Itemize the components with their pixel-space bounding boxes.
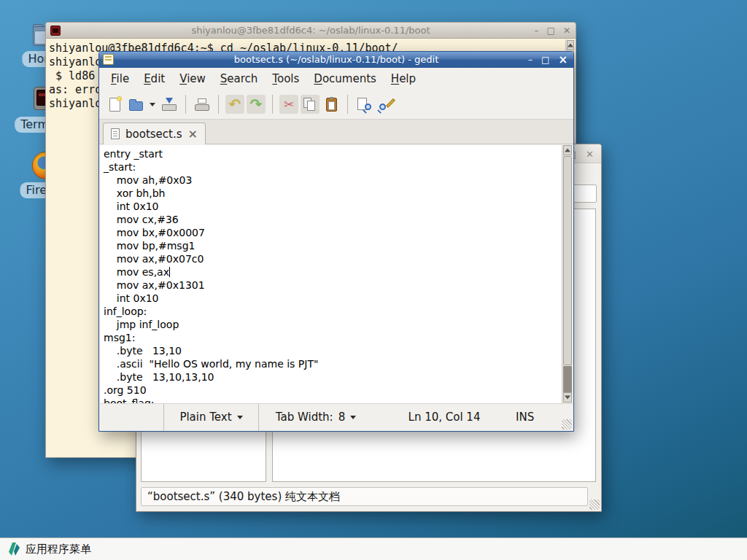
editor-area[interactable]: entry _start_start: mov ah,#0x03 xor bh,… [100, 145, 573, 403]
menu-edit[interactable]: Edit [136, 69, 172, 88]
close-button[interactable]: × [558, 53, 568, 66]
copy-button[interactable] [301, 95, 320, 114]
scrollbar-thumb[interactable] [563, 156, 572, 365]
code-line: mov ah,#0x03 [104, 174, 562, 187]
redo-icon: ↷ [250, 97, 263, 112]
open-button[interactable] [126, 95, 145, 114]
file-manager-statusbar: “bootsect.s” (340 bytes) 纯文本文档 [141, 487, 588, 506]
tab-width-value: 8 [338, 411, 346, 424]
code-line: .byte 13,10 [104, 344, 562, 357]
text-cursor [169, 267, 170, 277]
find-replace-icon [379, 98, 392, 112]
print-button[interactable] [193, 95, 212, 114]
tab-width-selector[interactable]: Tab Width: 8 [259, 411, 373, 424]
scroll-up-icon[interactable] [567, 40, 574, 50]
code-line: int 0x10 [104, 292, 562, 305]
scroll-down-icon[interactable] [563, 392, 572, 402]
minimize-button[interactable]: – [535, 26, 539, 36]
scroll-up-icon[interactable] [563, 145, 572, 155]
cut-icon: ✂ [284, 98, 294, 111]
maximize-button[interactable]: □ [541, 55, 549, 65]
save-icon [162, 98, 177, 111]
code-line: _start: [104, 160, 562, 174]
code-line: boot_flag: [104, 397, 562, 403]
editor-scrollbar[interactable] [562, 145, 573, 403]
terminal-titlebar[interactable]: shiyanlou@3fbe81dfd6c4: ~/oslab/linux-0.… [46, 23, 576, 39]
editor-text[interactable]: entry _start_start: mov ah,#0x03 xor bh,… [100, 145, 562, 403]
code-line: msg1: [104, 331, 562, 344]
chevron-down-icon [150, 103, 155, 106]
gedit-tabbar: bootsect.s × [99, 120, 573, 144]
code-line: .byte 13,10,13,10 [104, 370, 562, 384]
code-line: entry _start [104, 147, 562, 160]
print-icon [195, 98, 209, 111]
paste-button[interactable] [322, 95, 341, 114]
cursor-position: Ln 10, Col 14 [373, 411, 516, 424]
chevron-down-icon [237, 416, 243, 419]
close-button[interactable]: ✕ [563, 26, 570, 36]
desktop: Home Terminal Firefox shiyanlou@3fbe81df… [0, 0, 747, 560]
undo-button[interactable]: ↶ [225, 95, 244, 114]
code-line: mov es,ax [104, 265, 562, 279]
shiyanlou-logo-icon [9, 542, 20, 556]
menu-search[interactable]: Search [213, 69, 266, 88]
code-line: jmp inf_loop [104, 318, 562, 331]
new-document-icon [109, 98, 120, 112]
gedit-window: bootsect.s (~/oslab/linux-0.11/boot) - g… [98, 51, 574, 432]
gedit-toolbar: ↶ ↷ ✂ [99, 90, 573, 120]
code-line: mov ax,#0x07c0 [104, 252, 562, 265]
code-line: int 0x10 [104, 200, 562, 213]
menu-documents[interactable]: Documents [306, 69, 384, 88]
gedit-title: bootsect.s (~/oslab/linux-0.11/boot) - g… [99, 52, 573, 68]
menu-help[interactable]: Help [384, 69, 423, 88]
applications-menu-label: 应用程序菜单 [26, 542, 91, 556]
menu-view[interactable]: View [172, 69, 213, 88]
maximize-button[interactable]: □ [547, 26, 555, 36]
taskbar: 应用程序菜单 [0, 537, 747, 560]
close-button[interactable]: ✕ [586, 149, 594, 160]
code-line: mov cx,#36 [104, 213, 562, 226]
code-line: inf_loop: [104, 305, 562, 318]
redo-button[interactable]: ↷ [247, 95, 266, 114]
save-button[interactable] [160, 95, 179, 114]
code-line: mov ax,#0x1301 [104, 279, 562, 292]
tab-label: bootsect.s [125, 128, 182, 141]
tab-bootsect[interactable]: bootsect.s × [103, 122, 206, 144]
find-icon [357, 98, 371, 112]
document-icon [111, 128, 120, 139]
code-line: .org 510 [104, 384, 562, 397]
minimize-button[interactable]: – [528, 55, 533, 65]
scrollbar-trough[interactable] [563, 366, 572, 393]
menu-file[interactable]: File [104, 69, 136, 88]
code-line: .ascii "Hello OS world, my name is PJT" [104, 357, 562, 370]
code-line: mov bp,#msg1 [104, 239, 562, 252]
terminal-title: shiyanlou@3fbe81dfd6c4: ~/oslab/linux-0.… [46, 23, 576, 39]
cut-button[interactable]: ✂ [279, 95, 298, 114]
find-button[interactable] [355, 95, 374, 114]
language-selector[interactable]: Plain Text [164, 411, 258, 424]
code-line: mov bx,#0x0007 [104, 226, 562, 239]
gedit-titlebar[interactable]: bootsect.s (~/oslab/linux-0.11/boot) - g… [99, 52, 573, 68]
applications-menu-button[interactable]: 应用程序菜单 [0, 538, 100, 560]
open-folder-icon [129, 101, 143, 111]
chevron-down-icon [350, 416, 356, 419]
tab-width-label: Tab Width: [276, 411, 333, 424]
gedit-statusbar: Plain Text Tab Width: 8 Ln 10, Col 14 IN… [100, 403, 573, 430]
replace-button[interactable] [376, 95, 395, 114]
menu-tools[interactable]: Tools [265, 69, 306, 88]
resize-grip[interactable] [589, 499, 600, 510]
gedit-menubar: FileEditViewSearchToolsDocumentsHelp [99, 68, 573, 90]
new-document-button[interactable] [105, 95, 124, 114]
open-dropdown-button[interactable] [147, 95, 158, 114]
resize-grip[interactable] [562, 419, 572, 429]
language-label: Plain Text [179, 411, 231, 424]
undo-icon: ↶ [229, 97, 241, 112]
copy-icon [303, 98, 317, 111]
paste-icon [326, 98, 337, 112]
code-line: xor bh,bh [104, 187, 562, 200]
tab-close-icon[interactable]: × [188, 128, 198, 140]
